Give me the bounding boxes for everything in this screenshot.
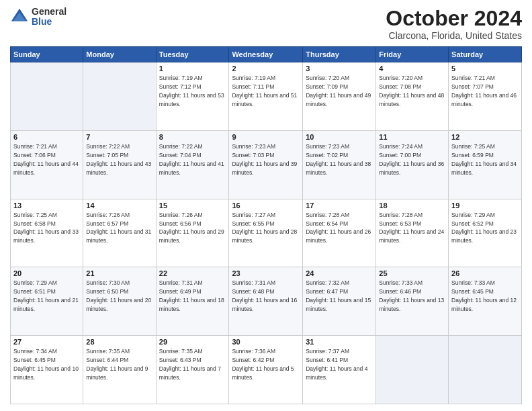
calendar: SundayMondayTuesdayWednesdayThursdayFrid… <box>10 46 522 404</box>
weekday-monday: Monday <box>83 47 156 62</box>
day-cell: 5Sunrise: 7:21 AM Sunset: 7:07 PM Daylig… <box>449 62 522 131</box>
logo: General Blue <box>10 7 66 28</box>
day-cell: 24Sunrise: 7:32 AM Sunset: 6:47 PM Dayli… <box>303 267 376 336</box>
day-cell: 7Sunrise: 7:22 AM Sunset: 7:05 PM Daylig… <box>83 130 156 199</box>
day-info: Sunrise: 7:36 AM Sunset: 6:42 PM Dayligh… <box>232 348 294 381</box>
day-info: Sunrise: 7:34 AM Sunset: 6:45 PM Dayligh… <box>13 348 79 381</box>
day-number: 15 <box>159 201 226 210</box>
day-info: Sunrise: 7:29 AM Sunset: 6:52 PM Dayligh… <box>451 212 517 244</box>
week-row-3: 13Sunrise: 7:25 AM Sunset: 6:58 PM Dayli… <box>11 199 522 267</box>
day-cell: 21Sunrise: 7:30 AM Sunset: 6:50 PM Dayli… <box>83 267 156 336</box>
day-cell: 23Sunrise: 7:31 AM Sunset: 6:48 PM Dayli… <box>229 267 303 336</box>
day-cell: 26Sunrise: 7:33 AM Sunset: 6:45 PM Dayli… <box>449 267 522 336</box>
day-number: 25 <box>379 269 445 277</box>
day-number: 2 <box>232 64 300 73</box>
weekday-friday: Friday <box>376 47 449 62</box>
day-number: 18 <box>379 201 445 210</box>
day-number: 11 <box>379 133 445 141</box>
weekday-thursday: Thursday <box>303 47 376 62</box>
title-area: October 2024 Clarcona, Florida, United S… <box>386 7 522 41</box>
week-row-2: 6Sunrise: 7:21 AM Sunset: 7:06 PM Daylig… <box>11 130 522 199</box>
day-cell: 4Sunrise: 7:20 AM Sunset: 7:08 PM Daylig… <box>376 62 449 131</box>
day-cell: 8Sunrise: 7:22 AM Sunset: 7:04 PM Daylig… <box>156 130 229 199</box>
day-info: Sunrise: 7:35 AM Sunset: 6:43 PM Dayligh… <box>159 348 221 381</box>
day-cell: 17Sunrise: 7:28 AM Sunset: 6:54 PM Dayli… <box>303 199 376 267</box>
weekday-wednesday: Wednesday <box>229 47 303 62</box>
day-cell: 3Sunrise: 7:20 AM Sunset: 7:09 PM Daylig… <box>303 62 376 131</box>
day-number: 10 <box>306 133 373 141</box>
day-info: Sunrise: 7:27 AM Sunset: 6:55 PM Dayligh… <box>232 212 297 244</box>
page: General Blue October 2024 Clarcona, Flor… <box>0 0 532 411</box>
day-number: 23 <box>232 269 300 277</box>
day-info: Sunrise: 7:22 AM Sunset: 7:04 PM Dayligh… <box>159 143 224 176</box>
weekday-sunday: Sunday <box>11 47 83 62</box>
day-info: Sunrise: 7:19 AM Sunset: 7:12 PM Dayligh… <box>159 75 224 107</box>
day-info: Sunrise: 7:24 AM Sunset: 7:00 PM Dayligh… <box>379 143 444 176</box>
day-cell <box>449 336 522 404</box>
day-info: Sunrise: 7:37 AM Sunset: 6:41 PM Dayligh… <box>306 348 367 381</box>
day-cell: 2Sunrise: 7:19 AM Sunset: 7:11 PM Daylig… <box>229 62 303 131</box>
day-info: Sunrise: 7:23 AM Sunset: 7:03 PM Dayligh… <box>232 143 297 176</box>
calendar-body: 1Sunrise: 7:19 AM Sunset: 7:12 PM Daylig… <box>11 62 522 404</box>
day-info: Sunrise: 7:31 AM Sunset: 6:48 PM Dayligh… <box>232 279 297 312</box>
day-cell: 22Sunrise: 7:31 AM Sunset: 6:49 PM Dayli… <box>156 267 229 336</box>
day-info: Sunrise: 7:23 AM Sunset: 7:02 PM Dayligh… <box>306 143 371 176</box>
day-info: Sunrise: 7:31 AM Sunset: 6:49 PM Dayligh… <box>159 279 224 312</box>
day-cell: 18Sunrise: 7:28 AM Sunset: 6:53 PM Dayli… <box>376 199 449 267</box>
day-cell: 25Sunrise: 7:33 AM Sunset: 6:46 PM Dayli… <box>376 267 449 336</box>
day-cell: 28Sunrise: 7:35 AM Sunset: 6:44 PM Dayli… <box>83 336 156 404</box>
day-number: 14 <box>86 201 152 210</box>
day-number: 12 <box>451 133 519 141</box>
day-number: 24 <box>306 269 373 277</box>
day-number: 31 <box>306 338 373 346</box>
day-info: Sunrise: 7:20 AM Sunset: 7:08 PM Dayligh… <box>379 75 444 107</box>
day-cell: 10Sunrise: 7:23 AM Sunset: 7:02 PM Dayli… <box>303 130 376 199</box>
day-number: 30 <box>232 338 300 346</box>
day-info: Sunrise: 7:19 AM Sunset: 7:11 PM Dayligh… <box>232 75 297 107</box>
day-number: 9 <box>232 133 300 141</box>
day-number: 17 <box>306 201 373 210</box>
day-info: Sunrise: 7:30 AM Sunset: 6:50 PM Dayligh… <box>86 279 151 312</box>
day-cell: 31Sunrise: 7:37 AM Sunset: 6:41 PM Dayli… <box>303 336 376 404</box>
day-cell: 27Sunrise: 7:34 AM Sunset: 6:45 PM Dayli… <box>11 336 83 404</box>
day-info: Sunrise: 7:22 AM Sunset: 7:05 PM Dayligh… <box>86 143 151 176</box>
day-cell: 30Sunrise: 7:36 AM Sunset: 6:42 PM Dayli… <box>229 336 303 404</box>
day-info: Sunrise: 7:32 AM Sunset: 6:47 PM Dayligh… <box>306 279 371 312</box>
day-number: 16 <box>232 201 300 210</box>
day-number: 27 <box>13 338 80 346</box>
day-cell <box>376 336 449 404</box>
day-info: Sunrise: 7:29 AM Sunset: 6:51 PM Dayligh… <box>13 279 79 312</box>
day-info: Sunrise: 7:25 AM Sunset: 6:59 PM Dayligh… <box>451 143 517 176</box>
day-cell <box>11 62 83 131</box>
day-info: Sunrise: 7:20 AM Sunset: 7:09 PM Dayligh… <box>306 75 371 107</box>
day-info: Sunrise: 7:28 AM Sunset: 6:54 PM Dayligh… <box>306 212 371 244</box>
logo-text: General Blue <box>32 7 66 28</box>
day-cell: 12Sunrise: 7:25 AM Sunset: 6:59 PM Dayli… <box>449 130 522 199</box>
logo-blue: Blue <box>32 17 66 27</box>
weekday-saturday: Saturday <box>449 47 522 62</box>
day-cell: 6Sunrise: 7:21 AM Sunset: 7:06 PM Daylig… <box>11 130 83 199</box>
main-title: October 2024 <box>386 7 522 30</box>
logo-general: General <box>32 7 66 17</box>
day-number: 28 <box>86 338 152 346</box>
day-info: Sunrise: 7:26 AM Sunset: 6:57 PM Dayligh… <box>86 212 151 244</box>
day-number: 29 <box>159 338 226 346</box>
day-number: 26 <box>451 269 519 277</box>
day-info: Sunrise: 7:26 AM Sunset: 6:56 PM Dayligh… <box>159 212 224 244</box>
day-cell <box>83 62 156 131</box>
weekday-row: SundayMondayTuesdayWednesdayThursdayFrid… <box>11 47 522 62</box>
logo-icon <box>10 7 29 26</box>
day-number: 5 <box>451 64 519 73</box>
week-row-5: 27Sunrise: 7:34 AM Sunset: 6:45 PM Dayli… <box>11 336 522 404</box>
day-info: Sunrise: 7:33 AM Sunset: 6:45 PM Dayligh… <box>451 279 517 312</box>
day-cell: 13Sunrise: 7:25 AM Sunset: 6:58 PM Dayli… <box>11 199 83 267</box>
day-number: 22 <box>159 269 226 277</box>
calendar-header: SundayMondayTuesdayWednesdayThursdayFrid… <box>11 47 522 62</box>
day-cell: 29Sunrise: 7:35 AM Sunset: 6:43 PM Dayli… <box>156 336 229 404</box>
day-cell: 20Sunrise: 7:29 AM Sunset: 6:51 PM Dayli… <box>11 267 83 336</box>
day-number: 1 <box>159 64 226 73</box>
weekday-tuesday: Tuesday <box>156 47 229 62</box>
day-info: Sunrise: 7:28 AM Sunset: 6:53 PM Dayligh… <box>379 212 444 244</box>
day-cell: 9Sunrise: 7:23 AM Sunset: 7:03 PM Daylig… <box>229 130 303 199</box>
day-cell: 19Sunrise: 7:29 AM Sunset: 6:52 PM Dayli… <box>449 199 522 267</box>
